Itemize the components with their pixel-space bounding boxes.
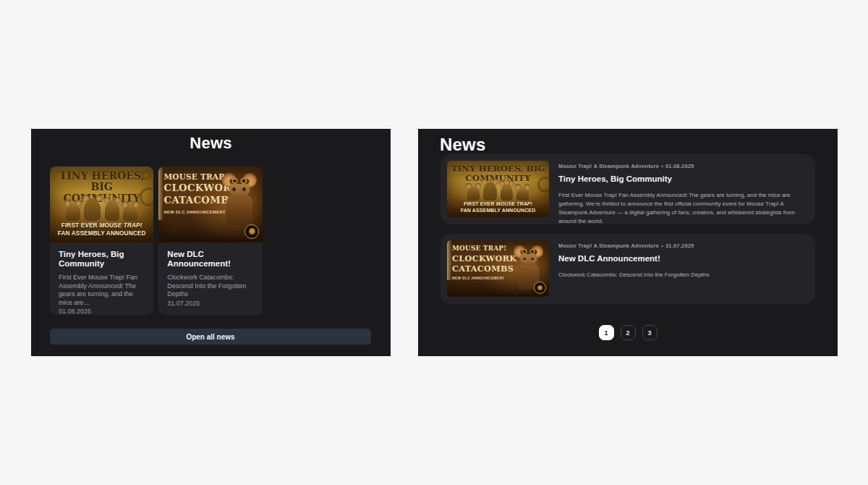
pagination-page-1[interactable]: 1: [599, 325, 614, 340]
news-item-separator: •: [661, 242, 663, 249]
mouse-figure: [483, 182, 498, 201]
news-card-title: Tiny Heroes, Big Community: [59, 250, 145, 269]
news-card-grid: TINY HEROES, BIG COMMUNITY FIRST EVERMOU…: [50, 166, 371, 315]
artwork-subtitle: FIRST EVERMOUSE TRAP! FAN ASSEMBLY ANNOU…: [447, 201, 549, 214]
mouse-goggles: [229, 179, 249, 184]
news-item-date: 31.07.2025: [665, 242, 694, 249]
news-item-excerpt: Clockwork Catacombs: Descend Into the Fo…: [558, 271, 798, 279]
clockwork-artwork: MOUSE TRAP! CLOCKWORK CATACOMBS NEW DLC …: [158, 166, 262, 242]
clockwork-artwork: MOUSE TRAP! CLOCKWORK CATACOMBS NEW DLC …: [447, 240, 549, 297]
mouse-figure: [105, 201, 119, 221]
news-card-tiny-heroes[interactable]: TINY HEROES, BIG COMMUNITY FIRST EVERMOU…: [50, 166, 153, 315]
news-item-thumbnail: TINY HEROES, BIG COMMUNITY FIRST EVERMOU…: [447, 161, 549, 217]
news-card-body: New DLC Announcement! Clockwork Catacomb…: [158, 242, 262, 315]
news-card-image: MOUSE TRAP! CLOCKWORK CATACOMBS NEW DLC …: [158, 166, 262, 242]
news-card-image: TINY HEROES, BIG COMMUNITY FIRST EVERMOU…: [50, 166, 153, 242]
news-item-title: New DLC Announcement!: [558, 254, 798, 263]
news-item-excerpt: First Ever Mouse Trap! Fan Assembly Anno…: [558, 191, 798, 224]
artwork-title: MOUSE TRAP! CLOCKWORK CATACOMBS NEW DLC …: [452, 245, 516, 280]
mouse-figure: [467, 186, 480, 201]
news-item-separator: •: [661, 163, 663, 169]
pagination-page-3[interactable]: 3: [642, 325, 658, 340]
news-card-title: New DLC Announcement!: [167, 250, 253, 269]
news-item-body: Mouse Trap! A Steampunk Adventure•01.08.…: [558, 161, 798, 218]
tiny-heroes-artwork: TINY HEROES, BIG COMMUNITY FIRST EVERMOU…: [50, 166, 153, 242]
news-card-body: Tiny Heroes, Big Community First Ever Mo…: [50, 242, 153, 315]
news-item-title: Tiny Heroes, Big Community: [558, 174, 798, 183]
news-item-source: Mouse Trap! A Steampunk Adventure: [558, 242, 659, 249]
pagination: 1 2 3: [418, 325, 838, 340]
news-list-title: News: [440, 135, 486, 155]
studio-badge: [244, 224, 259, 239]
news-item-date: 01.08.2025: [665, 163, 694, 169]
news-card-new-dlc[interactable]: MOUSE TRAP! CLOCKWORK CATACOMBS NEW DLC …: [158, 166, 262, 315]
mouse-figure: [516, 187, 529, 201]
artwork-subtitle: FIRST EVERMOUSE TRAP! FAN ASSEMBLY ANNOU…: [50, 222, 153, 237]
news-item-source: Mouse Trap! A Steampunk Adventure: [558, 163, 659, 169]
news-item-meta: Mouse Trap! A Steampunk Adventure•31.07.…: [558, 242, 798, 249]
open-all-news-button[interactable]: Open all news: [50, 329, 371, 345]
news-card-date: 31.07.2025: [167, 300, 253, 307]
news-list-item-tiny-heroes[interactable]: TINY HEROES, BIG COMMUNITY FIRST EVERMOU…: [441, 154, 815, 224]
news-item-meta: Mouse Trap! A Steampunk Adventure•01.08.…: [558, 163, 798, 169]
artwork-edge-highlight: [158, 166, 163, 220]
tiny-heroes-artwork: TINY HEROES, BIG COMMUNITY FIRST EVERMOU…: [447, 161, 549, 217]
news-card-date: 01.08.2025: [59, 308, 145, 315]
mouse-figure: [501, 184, 513, 201]
news-card-excerpt: Clockwork Catacombs: Descend Into the Fo…: [167, 274, 253, 299]
news-widget-title: News: [31, 134, 391, 153]
mouse-figure: [84, 198, 101, 221]
news-list-item-new-dlc[interactable]: MOUSE TRAP! CLOCKWORK CATACOMBS NEW DLC …: [441, 234, 815, 304]
news-list: TINY HEROES, BIG COMMUNITY FIRST EVERMOU…: [441, 154, 815, 304]
pagination-page-2[interactable]: 2: [621, 325, 636, 340]
mouse-goggles: [520, 250, 537, 254]
news-item-thumbnail: MOUSE TRAP! CLOCKWORK CATACOMBS NEW DLC …: [447, 240, 549, 297]
news-item-body: Mouse Trap! A Steampunk Adventure•31.07.…: [558, 240, 798, 298]
news-list-panel: News TINY HEROES, BIG COMMUNITY: [418, 129, 838, 356]
mouse-figure: [123, 205, 137, 221]
mouse-coat: [226, 195, 252, 225]
mice-illustration: [455, 182, 540, 201]
news-widget-panel: News TINY HEROES, BIG COMMUNITY: [31, 129, 391, 356]
studio-badge: [534, 282, 546, 294]
mouse-figure: [66, 203, 80, 221]
artwork-edge-highlight: [447, 240, 452, 280]
mice-illustration: [58, 198, 145, 221]
news-card-excerpt: First Ever Mouse Trap! Fan Assembly Anno…: [59, 274, 145, 308]
